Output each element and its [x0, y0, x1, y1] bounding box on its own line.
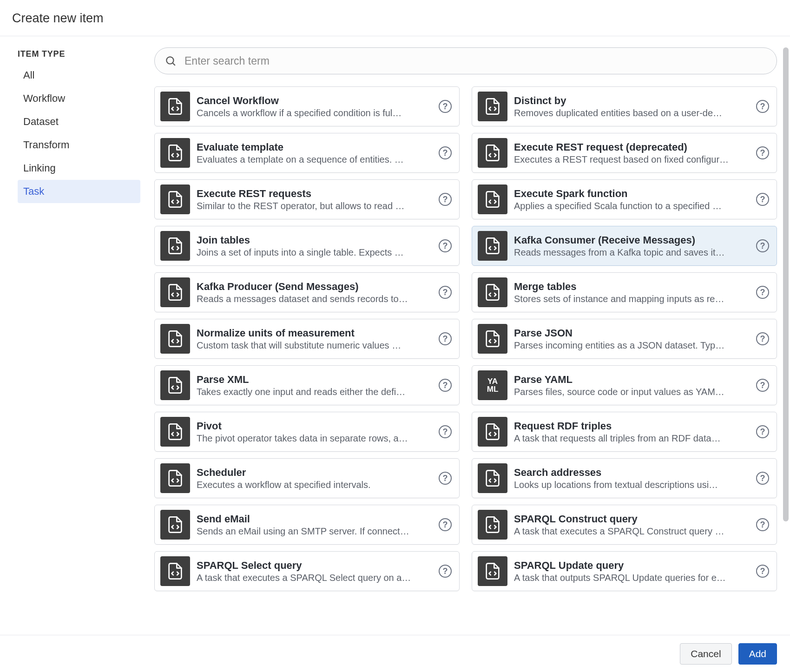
help-icon[interactable]: ?	[439, 286, 452, 299]
cancel-button[interactable]: Cancel	[680, 643, 731, 665]
help-icon[interactable]: ?	[756, 472, 769, 485]
help-icon[interactable]: ?	[439, 425, 452, 438]
code-file-icon	[160, 463, 190, 493]
task-card[interactable]: Normalize units of measurementCustom tas…	[154, 319, 460, 359]
code-file-icon	[478, 324, 507, 354]
code-file-icon	[478, 463, 507, 493]
task-card[interactable]: Execute REST requestsSimilar to the REST…	[154, 179, 460, 219]
task-card[interactable]: Kafka Producer (Send Messages)Reads a me…	[154, 272, 460, 312]
help-icon[interactable]: ?	[439, 239, 452, 252]
help-icon[interactable]: ?	[756, 565, 769, 578]
card-body: Send eMailSends an eMail using an SMTP s…	[197, 513, 432, 537]
card-description: Executes a REST request based on fixed c…	[514, 154, 750, 165]
help-icon[interactable]: ?	[439, 193, 452, 206]
sidebar-item-task[interactable]: Task	[18, 180, 140, 203]
code-file-icon	[478, 556, 507, 586]
task-card[interactable]: SPARQL Construct queryA task that execut…	[472, 505, 777, 545]
code-file-icon	[478, 92, 507, 121]
card-title: Join tables	[197, 234, 432, 246]
task-card[interactable]: Request RDF triplesA task that requests …	[472, 412, 777, 452]
help-icon[interactable]: ?	[439, 472, 452, 485]
card-description: Evaluates a template on a sequence of en…	[197, 154, 432, 165]
task-card[interactable]: Kafka Consumer (Receive Messages)Reads m…	[472, 226, 777, 266]
card-body: Execute Spark functionApplies a specifie…	[514, 188, 750, 211]
card-description: Executes a workflow at specified interva…	[197, 480, 432, 490]
card-body: Merge tablesStores sets of instance and …	[514, 281, 750, 304]
task-card[interactable]: SPARQL Select queryA task that executes …	[154, 551, 460, 591]
card-body: Evaluate templateEvaluates a template on…	[197, 141, 432, 165]
card-description: Parses incoming entities as a JSON datas…	[514, 340, 750, 351]
card-title: Execute REST request (deprecated)	[514, 141, 750, 153]
task-card[interactable]: Execute REST request (deprecated)Execute…	[472, 133, 777, 173]
sidebar-item-workflow[interactable]: Workflow	[18, 87, 140, 110]
dialog-body: ITEM TYPE AllWorkflowDatasetTransformLin…	[0, 36, 790, 634]
main-panel: Cancel WorkflowCancels a workflow if a s…	[154, 36, 790, 634]
card-title: Search addresses	[514, 467, 750, 479]
card-title: Request RDF triples	[514, 420, 750, 432]
add-button[interactable]: Add	[738, 643, 777, 665]
dialog-title: Create new item	[12, 11, 778, 26]
svg-line-1	[173, 63, 175, 66]
help-icon[interactable]: ?	[756, 146, 769, 159]
help-icon[interactable]: ?	[756, 100, 769, 113]
card-description: A task that outputs SPARQL Update querie…	[514, 573, 750, 583]
help-icon[interactable]: ?	[439, 100, 452, 113]
sidebar-heading: ITEM TYPE	[18, 49, 140, 59]
help-icon[interactable]: ?	[439, 518, 452, 531]
sidebar-item-dataset[interactable]: Dataset	[18, 110, 140, 133]
help-icon[interactable]: ?	[439, 332, 452, 345]
card-body: Search addressesLooks up locations from …	[514, 467, 750, 490]
card-body: Join tablesJoins a set of inputs into a …	[197, 234, 432, 258]
card-description: Removes duplicated entities based on a u…	[514, 108, 750, 119]
code-file-icon	[160, 324, 190, 354]
scrollbar[interactable]	[783, 47, 789, 521]
card-description: A task that executes a SPARQL Construct …	[514, 526, 750, 537]
task-card[interactable]: Evaluate templateEvaluates a template on…	[154, 133, 460, 173]
task-card[interactable]: Parse XMLTakes exactly one input and rea…	[154, 365, 460, 405]
sidebar-item-all[interactable]: All	[18, 64, 140, 87]
card-body: Kafka Consumer (Receive Messages)Reads m…	[514, 234, 750, 258]
help-icon[interactable]: ?	[439, 379, 452, 392]
task-card[interactable]: YAMLParse YAMLParses files, source code …	[472, 365, 777, 405]
code-file-icon	[160, 556, 190, 586]
task-card[interactable]: SchedulerExecutes a workflow at specifie…	[154, 458, 460, 498]
help-icon[interactable]: ?	[439, 146, 452, 159]
card-body: Normalize units of measurementCustom tas…	[197, 327, 432, 351]
card-description: Applies a specified Scala function to a …	[514, 201, 750, 211]
card-description: Custom task that will substitute numeric…	[197, 340, 432, 351]
card-title: Merge tables	[514, 281, 750, 293]
task-card[interactable]: Distinct byRemoves duplicated entities b…	[472, 86, 777, 126]
task-card[interactable]: Search addressesLooks up locations from …	[472, 458, 777, 498]
task-card[interactable]: SPARQL Update queryA task that outputs S…	[472, 551, 777, 591]
card-title: Evaluate template	[197, 141, 432, 153]
card-body: Execute REST requestsSimilar to the REST…	[197, 188, 432, 211]
search-wrap	[154, 47, 777, 74]
sidebar-item-linking[interactable]: Linking	[18, 157, 140, 180]
yaml-icon: YAML	[478, 370, 507, 400]
help-icon[interactable]: ?	[756, 239, 769, 252]
code-file-icon	[160, 417, 190, 447]
task-card[interactable]: PivotThe pivot operator takes data in se…	[154, 412, 460, 452]
help-icon[interactable]: ?	[756, 332, 769, 345]
card-title: Distinct by	[514, 95, 750, 107]
card-description: The pivot operator takes data in separat…	[197, 433, 432, 444]
help-icon[interactable]: ?	[756, 379, 769, 392]
task-card[interactable]: Execute Spark functionApplies a specifie…	[472, 179, 777, 219]
help-icon[interactable]: ?	[756, 193, 769, 206]
task-card[interactable]: Merge tablesStores sets of instance and …	[472, 272, 777, 312]
sidebar-item-transform[interactable]: Transform	[18, 133, 140, 157]
help-icon[interactable]: ?	[756, 286, 769, 299]
task-card[interactable]: Send eMailSends an eMail using an SMTP s…	[154, 505, 460, 545]
help-icon[interactable]: ?	[756, 518, 769, 531]
task-card[interactable]: Join tablesJoins a set of inputs into a …	[154, 226, 460, 266]
help-icon[interactable]: ?	[756, 425, 769, 438]
code-file-icon	[160, 92, 190, 121]
search-input[interactable]	[154, 47, 777, 74]
code-file-icon	[478, 510, 507, 540]
task-card[interactable]: Cancel WorkflowCancels a workflow if a s…	[154, 86, 460, 126]
task-card[interactable]: Parse JSONParses incoming entities as a …	[472, 319, 777, 359]
code-file-icon	[478, 184, 507, 214]
card-body: Distinct byRemoves duplicated entities b…	[514, 95, 750, 119]
card-body: Kafka Producer (Send Messages)Reads a me…	[197, 281, 432, 304]
help-icon[interactable]: ?	[439, 565, 452, 578]
